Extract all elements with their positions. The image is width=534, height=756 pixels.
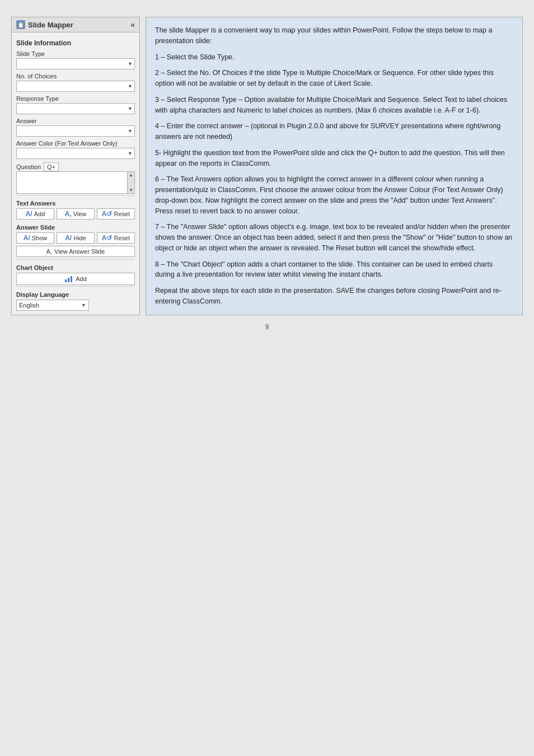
text-answers-reset-label: Reset	[114, 211, 130, 217]
collapse-button[interactable]: «	[130, 20, 135, 29]
view-answer-icon: A,	[46, 248, 52, 255]
scroll-up-arrow: ▲	[129, 172, 133, 178]
panel-title: Slide Mapper	[28, 21, 73, 29]
answer-slide-reset-label: Reset	[114, 235, 130, 241]
slide-type-arrow: ▼	[128, 61, 133, 67]
help-paragraph-4: 3 – Select Response Type – Option availa…	[155, 95, 513, 116]
help-paragraph-9: 8 – The "Chart Object" option adds a cha…	[155, 259, 513, 281]
panel-title-area: 📋 Slide Mapper	[16, 20, 73, 29]
chart-add-label: Add	[76, 276, 87, 282]
slide-type-dropdown[interactable]: ▼	[16, 58, 135, 69]
help-paragraph-10: Repeat the above steps for each slide in…	[155, 286, 513, 307]
help-paragraph-7: 6 – The Text Answers option allows you t…	[155, 174, 513, 216]
chart-icon	[64, 275, 73, 283]
response-type-label: Response Type	[16, 95, 135, 102]
divider-1	[16, 195, 135, 195]
svg-rect-2	[71, 276, 72, 282]
answer-color-dropdown[interactable]: ▼	[16, 148, 135, 159]
response-type-dropdown[interactable]: ▼	[16, 103, 135, 114]
page-number: 9	[265, 323, 269, 331]
answer-slide-show-button[interactable]: A/ Show	[16, 232, 54, 244]
no-of-choices-label: No. of Choices	[16, 73, 135, 80]
answer-slide-reset-button[interactable]: A↺ Reset	[97, 232, 135, 244]
help-paragraph-8: 7 – The "Answer Slide" option allows obj…	[155, 222, 513, 253]
no-of-choices-dropdown[interactable]: ▼	[16, 81, 135, 92]
view-answer-slide-label: View Answer Slide	[54, 248, 105, 255]
page-footer: 9	[11, 323, 523, 331]
answer-slide-hide-label: Hide	[73, 235, 86, 241]
answer-dropdown[interactable]: ▼	[16, 125, 135, 137]
answer-slide-show-label: Show	[32, 235, 48, 241]
text-answers-view-button[interactable]: A, View	[57, 208, 95, 220]
help-paragraph-1: The slide Mapper is a convenient way to …	[155, 25, 513, 46]
help-paragraph-2: 1 – Select the Slide Type.	[155, 52, 513, 63]
answer-arrow: ▼	[128, 128, 133, 134]
current-language: English	[19, 302, 39, 309]
question-textarea-area: ▲ ▼	[16, 171, 135, 194]
answer-label: Answer	[16, 118, 135, 124]
question-scrollbar[interactable]: ▲ ▼	[127, 171, 135, 194]
panel-content: Slide Information Slide Type ▼ No. of Ch…	[12, 32, 139, 314]
show-icon: A/	[24, 234, 30, 242]
text-answers-reset-button[interactable]: A↺ Reset	[97, 208, 135, 220]
display-language-section: Display Language English ▼	[16, 291, 135, 311]
question-label: Question	[16, 164, 41, 170]
answer-color-label: Answer Color (For Text Answer Only)	[16, 140, 135, 147]
question-textarea[interactable]	[16, 171, 127, 194]
panel-icon: 📋	[16, 20, 25, 29]
display-language-title: Display Language	[16, 291, 135, 298]
answer-color-arrow: ▼	[128, 151, 133, 156]
lang-arrow: ▼	[81, 302, 86, 308]
panel-header: 📋 Slide Mapper «	[12, 17, 139, 32]
language-dropdown[interactable]: English ▼	[16, 300, 89, 311]
answer-slide-btn-row: A/ Show A/ Hide A↺ Reset	[16, 232, 135, 244]
divider-2	[16, 259, 135, 260]
question-row: Question Q+	[16, 162, 135, 171]
divider-3	[16, 286, 135, 287]
slide-type-label: Slide Type	[16, 50, 135, 57]
text-answers-view-label: View	[73, 211, 87, 217]
help-paragraph-5: 4 – Enter the correct answer – (optional…	[155, 121, 513, 142]
text-answers-add-button[interactable]: A/ Add	[16, 208, 54, 220]
q-plus-button[interactable]: Q+	[44, 162, 59, 171]
text-answers-add-label: Add	[34, 211, 45, 217]
help-panel: The slide Mapper is a convenient way to …	[146, 17, 523, 315]
scroll-down-arrow: ▼	[129, 188, 133, 193]
reset-icon-1: A↺	[102, 210, 113, 218]
svg-rect-0	[65, 279, 67, 282]
help-paragraph-6: 5- Highlight the question text from the …	[155, 148, 513, 169]
no-of-choices-arrow: ▼	[128, 83, 133, 89]
view-answer-slide-button[interactable]: A, View Answer Slide	[16, 246, 135, 257]
help-paragraph-3: 2 – Select the No. Of Choices if the sli…	[155, 68, 513, 89]
hide-icon: A/	[65, 234, 72, 242]
chart-add-button[interactable]: Add	[16, 273, 135, 285]
svg-rect-1	[68, 278, 69, 282]
response-type-arrow: ▼	[128, 106, 133, 111]
slide-information-title: Slide Information	[16, 39, 135, 47]
text-answers-btn-row: A/ Add A, View A↺ Reset	[16, 208, 135, 220]
answer-slide-hide-button[interactable]: A/ Hide	[57, 232, 95, 244]
chart-object-title: Chart Object	[16, 264, 135, 271]
reset-icon-2: A↺	[102, 234, 113, 242]
view-icon: A,	[65, 210, 72, 218]
answer-slide-title: Answer Slide	[16, 224, 135, 231]
slide-mapper-panel: 📋 Slide Mapper « Slide Information Slide…	[11, 17, 140, 315]
add-icon: A/	[26, 210, 32, 218]
text-answers-title: Text Answers	[16, 200, 135, 207]
